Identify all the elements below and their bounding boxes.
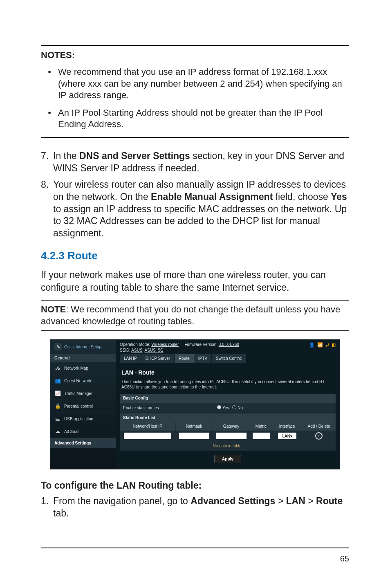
configure-subheading: To configure the LAN Routing table: xyxy=(41,480,349,491)
opmode-link[interactable]: Wireless router xyxy=(151,342,179,347)
sidebar-group-general: General xyxy=(50,354,116,362)
network-input[interactable] xyxy=(124,433,171,439)
col-network: Network/Host IP xyxy=(120,422,176,431)
sidebar-item-label: Network Map xyxy=(64,366,88,370)
fw-label: Firmware Version: xyxy=(184,342,218,347)
notes-item: • We recommend that you use an IP addres… xyxy=(41,66,349,101)
notes-box: NOTES: • We recommend that you use an IP… xyxy=(41,45,349,138)
router-main: 👤 📶 ⇄ ◧ Operation Mode: Wireless router … xyxy=(116,340,340,469)
lan-icon[interactable]: ◧ xyxy=(332,342,336,348)
sidebar-item-label: AiCloud xyxy=(64,429,78,434)
parental-control-icon: 🔒 xyxy=(54,403,61,409)
header-ssid: SSID: ASUS ASUS_5G xyxy=(120,348,336,352)
router-screenshot: ✎ Quick Internet Setup General 🖧Network … xyxy=(50,339,340,469)
usb-application-icon: 🖴 xyxy=(54,415,61,422)
user-icon[interactable]: 👤 xyxy=(309,342,315,348)
section-heading: 4.2.3 Route xyxy=(41,249,349,262)
text-fragment: From the navigation panel, go to xyxy=(53,496,191,506)
radio-icon xyxy=(232,405,236,409)
add-button[interactable]: ＋ xyxy=(315,432,323,440)
qis-icon: ✎ xyxy=(54,343,62,350)
intro-paragraph: If your network makes use of more than o… xyxy=(41,269,349,294)
text-fragment: field, choose xyxy=(273,191,331,202)
text-fragment: In the xyxy=(53,150,79,161)
metric-input[interactable] xyxy=(253,433,270,439)
sidebar-item-label: Parental control xyxy=(64,404,93,408)
sidebar-item-aicloud[interactable]: ☁AiCloud xyxy=(50,425,116,438)
enable-static-routes-row: Enable static routes Yes No xyxy=(120,402,336,413)
bold-fragment: Advanced Settings xyxy=(191,496,275,506)
no-data-message: No data in table. xyxy=(120,441,336,451)
traffic-manager-icon: 📈 xyxy=(54,390,61,397)
step-number: 8. xyxy=(41,179,53,240)
radio-icon xyxy=(217,405,221,409)
bold-fragment: DNS and Server Settings xyxy=(79,150,190,161)
panel-description: This function allows you to add routing … xyxy=(120,379,336,393)
sidebar-item-usb-application[interactable]: 🖴USB application xyxy=(50,413,116,425)
text-fragment: to assign an IP address to specific MAC … xyxy=(53,204,347,239)
bullet-icon: • xyxy=(41,66,58,101)
col-metric: Metric xyxy=(250,422,273,431)
router-sidebar: ✎ Quick Internet Setup General 🖧Network … xyxy=(50,340,116,469)
step-1: 1. From the navigation panel, go to Adva… xyxy=(41,495,349,520)
aicloud-icon: ☁ xyxy=(54,428,61,435)
sidebar-item-qis[interactable]: ✎ Quick Internet Setup xyxy=(50,340,116,354)
basic-config-header: Basic Config xyxy=(120,394,336,402)
ssid1-link[interactable]: ASUS xyxy=(131,348,142,352)
bold-fragment: LAN xyxy=(286,496,305,506)
notes-text: We recommend that you use an IP address … xyxy=(58,66,349,101)
tab-lan-ip[interactable]: LAN IP xyxy=(120,354,141,363)
wifi-icon[interactable]: 📶 xyxy=(317,342,323,348)
step-number: 1. xyxy=(41,495,53,520)
sidebar-item-label: USB application xyxy=(64,417,93,421)
apply-button[interactable]: Apply xyxy=(214,455,241,463)
tab-iptv[interactable]: IPTV xyxy=(194,354,212,363)
step-text: Your wireless router can also manually a… xyxy=(53,179,349,240)
bullet-icon: • xyxy=(41,107,58,130)
ssid2-link[interactable]: ASUS_5G xyxy=(145,348,164,352)
yes-label: Yes xyxy=(222,406,229,410)
sidebar-group-advanced: Advanced Settings xyxy=(50,438,116,448)
col-netmask: Netmask xyxy=(176,422,213,431)
steps-list-a: 7. In the DNS and Server Settings sectio… xyxy=(41,150,349,240)
ssid-label: SSID: xyxy=(120,348,131,352)
step-7: 7. In the DNS and Server Settings sectio… xyxy=(41,150,349,175)
col-gateway: Gateway xyxy=(213,422,250,431)
header-opmode: Operation Mode: Wireless router Firmware… xyxy=(120,342,336,347)
tab-switch-control[interactable]: Switch Control xyxy=(212,354,247,363)
breadcrumb-separator: > xyxy=(275,496,286,506)
gateway-input[interactable] xyxy=(216,433,247,439)
note-label: NOTE xyxy=(41,304,66,314)
route-table-header: Network/Host IP Netmask Gateway Metric I… xyxy=(120,422,336,431)
bold-fragment: Enable Manual Assignment xyxy=(151,191,273,202)
sidebar-item-parental-control[interactable]: 🔒Parental control xyxy=(50,400,116,413)
network-map-icon: 🖧 xyxy=(54,365,61,371)
radio-no[interactable]: No xyxy=(232,405,243,410)
step-8: 8. Your wireless router can also manuall… xyxy=(41,179,349,240)
opmode-label: Operation Mode: xyxy=(120,342,151,347)
notes-list: • We recommend that you use an IP addres… xyxy=(41,66,349,130)
step-text: From the navigation panel, go to Advance… xyxy=(53,495,349,520)
netmask-input[interactable] xyxy=(179,433,210,439)
tab-dhcp-server[interactable]: DHCP Server xyxy=(141,354,175,363)
bold-fragment: Yes xyxy=(331,191,347,202)
note-text: : We recommend that you do not change th… xyxy=(41,304,340,326)
sidebar-item-label: Traffic Manager xyxy=(64,391,92,396)
radio-yes[interactable]: Yes xyxy=(217,405,229,410)
note-single: NOTE: We recommend that you do not chang… xyxy=(41,300,349,331)
panel-title: LAN - Route xyxy=(120,365,336,379)
connect-icon[interactable]: ⇄ xyxy=(325,342,329,348)
tab-bar: LAN IP DHCP Server Route IPTV Switch Con… xyxy=(120,354,336,363)
sidebar-item-network-map[interactable]: 🖧Network Map xyxy=(50,362,116,375)
sidebar-item-guest-network[interactable]: 👥Guest Network xyxy=(50,375,116,387)
step-number: 7. xyxy=(41,150,53,175)
sidebar-item-traffic-manager[interactable]: 📈Traffic Manager xyxy=(50,387,116,400)
text-fragment: tab. xyxy=(53,508,69,518)
step-text: In the DNS and Server Settings section, … xyxy=(53,150,349,175)
enable-label: Enable static routes xyxy=(123,406,217,410)
tab-route[interactable]: Route xyxy=(175,354,194,363)
fw-link[interactable]: 3.0.0.4.260 xyxy=(219,342,239,347)
col-interface: Interface xyxy=(272,422,302,431)
interface-value: LAN xyxy=(282,434,290,438)
interface-select[interactable]: LAN ▾ xyxy=(278,433,296,439)
